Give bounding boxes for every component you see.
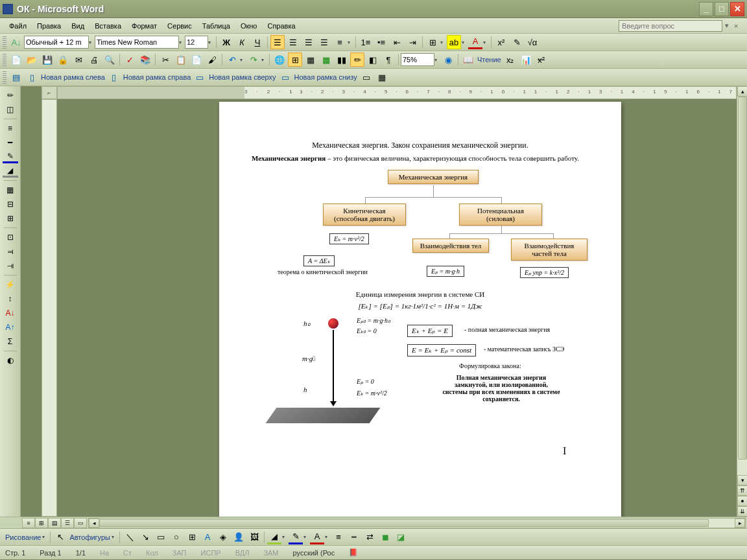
status-trk[interactable]: ИСПР (201, 549, 221, 557)
frame-right-icon[interactable]: ▯ (107, 70, 121, 84)
rectangle-icon[interactable]: ▭ (154, 530, 168, 544)
cut-icon[interactable]: ✂ (158, 52, 172, 67)
menu-file[interactable]: Файл (4, 20, 32, 32)
split-cells-icon[interactable]: ⊞ (3, 212, 18, 225)
vertical-scrollbar[interactable]: ▴ ▾ ⇈ ● ⇊ (737, 86, 747, 517)
shading-color-icon[interactable]: ◢ (3, 165, 18, 178)
align-left-button[interactable]: ☰ (270, 35, 285, 49)
scroll-down-icon[interactable]: ▾ (737, 475, 747, 485)
help-icon[interactable]: ◉ (441, 52, 455, 67)
arrow-icon[interactable]: ↘ (138, 530, 152, 544)
subscript-button[interactable]: x₂ (503, 52, 517, 67)
undo-icon[interactable]: ↶ (225, 52, 239, 67)
scroll-thumb[interactable] (738, 97, 747, 460)
new-doc-icon[interactable]: 📄 (9, 52, 23, 67)
copy-icon[interactable]: 📋 (174, 52, 188, 67)
redo-dd[interactable]: ▾ (261, 57, 267, 63)
line-style-icon[interactable]: ≡ (3, 122, 18, 135)
line-spacing-dd[interactable]: ▾ (348, 40, 353, 45)
underline-button[interactable]: Ч (250, 35, 265, 49)
arrow-style-icon[interactable]: ⇄ (362, 530, 377, 544)
vertical-ruler[interactable] (42, 99, 57, 517)
fc-dd[interactable]: ▾ (325, 534, 331, 540)
toolbar-grip[interactable] (3, 53, 6, 66)
shadow-icon[interactable]: ◼ (378, 530, 392, 544)
fontcolor-dd[interactable]: ▾ (483, 40, 489, 45)
preview-icon[interactable]: 🔍 (102, 52, 117, 67)
insert-table-icon2[interactable]: ▦ (3, 183, 18, 196)
decrease-indent-button[interactable]: ⇤ (390, 35, 404, 49)
fill-dd[interactable]: ▾ (282, 534, 288, 540)
highlight-button[interactable]: ab (447, 35, 461, 49)
format-painter-icon[interactable]: 🖌 (205, 52, 219, 67)
superscript-button[interactable]: x² (494, 35, 508, 49)
frame-left-icon[interactable]: ▯ (25, 70, 39, 84)
font-color-icon2[interactable]: A (310, 530, 324, 544)
showmarks-icon[interactable]: ¶ (381, 52, 396, 67)
mail-icon[interactable]: ✉ (71, 52, 86, 67)
line-spacing-button[interactable]: ≡ (333, 35, 347, 49)
reading-view-icon[interactable]: ▭ (74, 518, 87, 528)
bold-button[interactable]: Ж (219, 35, 233, 49)
permission-icon[interactable]: 🔒 (56, 52, 70, 67)
zoom-select[interactable] (401, 53, 434, 66)
horizontal-ruler[interactable]: 3·2·1· ·1·2·3·4·5·6·7·8·9·10·11·12·13·14… (57, 86, 737, 99)
undo-dd[interactable]: ▾ (240, 57, 246, 63)
menu-table[interactable]: Таблица (197, 20, 235, 32)
frame-toc-icon[interactable]: ▤ (9, 70, 23, 84)
3d-icon[interactable]: ◪ (394, 530, 408, 544)
styles-pane-icon[interactable]: A↓ (9, 35, 23, 49)
autosum-icon[interactable]: Σ (3, 335, 18, 348)
frame-left-label[interactable]: Новая рамка слева (40, 73, 106, 81)
draw-table-icon[interactable]: ✏ (3, 89, 18, 102)
menu-format[interactable]: Формат (126, 20, 162, 32)
drawing-dd[interactable]: ▾ (42, 534, 48, 540)
hscroll-thumb[interactable] (99, 519, 709, 527)
font-dropdown-icon[interactable]: ▾ (179, 40, 185, 45)
select-browse-icon[interactable]: ● (737, 496, 747, 506)
reading-icon[interactable]: 📖 (461, 52, 475, 67)
toolbar-grip[interactable] (3, 71, 6, 84)
scroll-up-icon[interactable]: ▴ (737, 86, 747, 97)
diagram-icon[interactable]: ◈ (216, 530, 230, 544)
sort-desc-icon[interactable]: A↑ (3, 321, 18, 334)
line-dd[interactable]: ▾ (303, 534, 309, 540)
drawing-icon[interactable]: ✏ (350, 52, 364, 67)
close-button[interactable]: ✕ (730, 2, 744, 16)
dash-style-icon[interactable]: ┅ (347, 530, 361, 544)
save-icon[interactable]: 💾 (40, 52, 54, 67)
frame-top-icon[interactable]: ▭ (193, 70, 207, 84)
drawing-menu[interactable]: Рисование (4, 533, 42, 541)
normal-view-icon[interactable]: ≡ (22, 518, 35, 528)
clipart-icon[interactable]: 👤 (231, 530, 246, 544)
frame-top-label[interactable]: Новая рамка сверху (208, 73, 277, 81)
line-icon[interactable]: ＼ (123, 530, 137, 544)
document-viewport[interactable]: Механическая энергия. Закон сохранения м… (57, 99, 737, 517)
style-dropdown-icon[interactable]: ▾ (89, 40, 95, 45)
menu-edit[interactable]: Правка (32, 20, 66, 32)
frame-bottom-label[interactable]: Новая рамка снизу (293, 73, 359, 81)
maximize-button[interactable]: □ (715, 2, 729, 16)
hyperlink-icon[interactable]: 🌐 (272, 52, 287, 67)
numbering-button[interactable]: 1≡ (359, 35, 373, 49)
horizontal-scrollbar[interactable]: ◂ ▸ (88, 518, 746, 528)
borders-dd[interactable]: ▾ (440, 40, 446, 45)
editor-button[interactable]: ✎ (510, 35, 524, 49)
columns-icon[interactable]: ▮▮ (335, 52, 349, 67)
borders-button[interactable]: ⊞ (425, 35, 440, 49)
font-select[interactable] (95, 36, 179, 49)
frame-props-icon[interactable]: ▦ (375, 70, 389, 84)
doc-close-icon[interactable]: × (734, 22, 743, 30)
paste-icon[interactable]: 📄 (189, 52, 204, 67)
status-lang[interactable]: русский (Рос (293, 549, 335, 557)
menu-window[interactable]: Окно (235, 20, 263, 32)
line-color-icon[interactable]: ✎ (289, 530, 303, 544)
menu-insert[interactable]: Вставка (89, 20, 126, 32)
equation-button[interactable]: √α (525, 35, 540, 49)
frame-right-label[interactable]: Новая рамка справа (122, 73, 192, 81)
spell-icon[interactable]: ✓ (123, 52, 137, 67)
autoshapes-dd[interactable]: ▾ (112, 534, 117, 540)
autoshapes-menu[interactable]: Автофигуры (68, 533, 112, 541)
highlight-dd[interactable]: ▾ (462, 40, 468, 45)
line-style-icon2[interactable]: ≡ (331, 530, 346, 544)
